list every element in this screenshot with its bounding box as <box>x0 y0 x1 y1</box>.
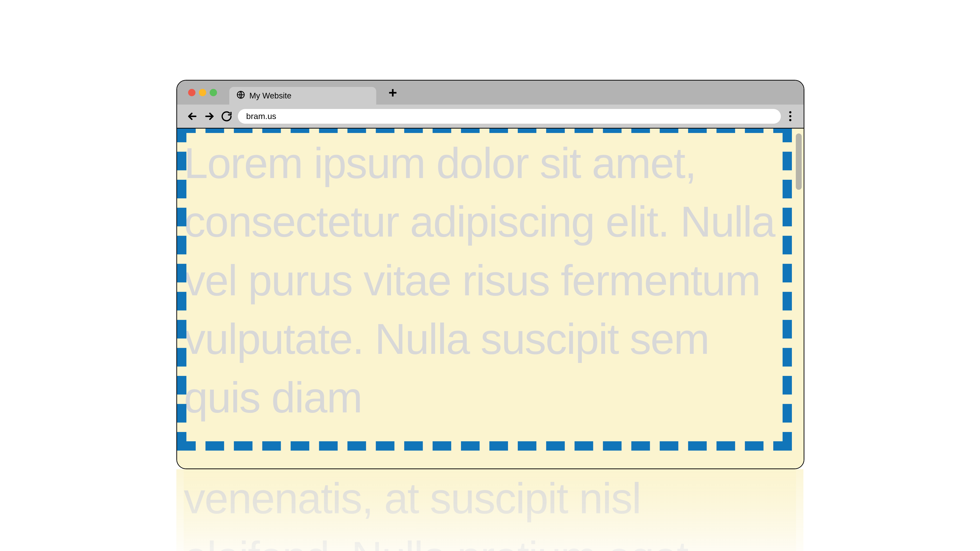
page-body-text: Lorem ipsum dolor sit amet, consectetur … <box>177 129 803 427</box>
traffic-lights[interactable] <box>188 89 217 96</box>
back-button[interactable] <box>186 110 198 122</box>
toolbar: bram.us <box>177 105 803 129</box>
forward-button[interactable] <box>204 110 215 122</box>
browser-window: My Website + bram.us Lorem ipsum dolor s… <box>177 80 804 469</box>
browser-menu-button[interactable] <box>786 111 794 121</box>
tab-title: My Website <box>249 91 291 100</box>
tab-bar: My Website + <box>177 81 803 105</box>
maximize-window-icon[interactable] <box>210 89 217 96</box>
page-overflow-text: venenatis, at suscipit nisl eleifend. Nu… <box>184 469 796 551</box>
reload-button[interactable] <box>221 110 232 122</box>
site-icon <box>236 90 245 102</box>
page-viewport[interactable]: Lorem ipsum dolor sit amet, consectetur … <box>177 129 803 468</box>
scrollbar-thumb[interactable] <box>796 133 802 190</box>
close-window-icon[interactable] <box>188 89 196 96</box>
browser-tab[interactable]: My Website <box>229 87 376 105</box>
minimize-window-icon[interactable] <box>199 89 206 96</box>
new-tab-button[interactable]: + <box>388 84 397 101</box>
address-url: bram.us <box>246 111 276 121</box>
address-bar[interactable]: bram.us <box>238 109 781 124</box>
